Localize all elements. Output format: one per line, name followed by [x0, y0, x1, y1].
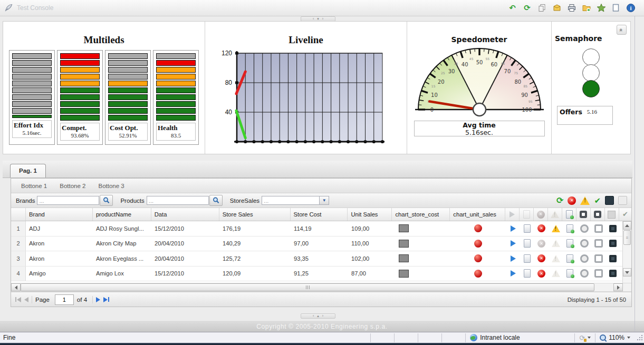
ring-icon[interactable]	[580, 239, 589, 248]
light-grid-icon[interactable]	[618, 196, 627, 205]
document-icon[interactable]	[524, 224, 531, 233]
bottone-3-button[interactable]: Bottone 3	[93, 181, 129, 191]
package-icon[interactable]	[552, 3, 562, 13]
resize-grip[interactable]	[636, 333, 644, 342]
print-icon[interactable]	[566, 3, 576, 13]
scroll-right-button[interactable]	[613, 283, 623, 291]
header-data[interactable]: Data	[151, 208, 219, 221]
bottone-2-button[interactable]: Bottone 2	[54, 181, 91, 191]
warning-icon[interactable]	[552, 225, 560, 232]
info-icon[interactable]: i	[626, 3, 636, 13]
dark-square-icon[interactable]	[609, 240, 617, 247]
document-add-icon[interactable]	[566, 239, 573, 248]
ring-icon[interactable]	[580, 269, 589, 278]
accept-icon[interactable]: ✔	[594, 196, 601, 205]
table-row[interactable]: 2 Akron Akron City Map 20/04/2010 140,29…	[11, 236, 622, 252]
header-delete-column[interactable]	[534, 208, 548, 221]
table-row[interactable]: 3 Akron Akron Eyeglass ... 20/04/2010 12…	[11, 251, 622, 267]
header-unit-sales[interactable]: Unit Sales	[348, 208, 392, 221]
header-chart-unit-sales[interactable]: chart_unit_sales	[450, 208, 505, 221]
products-input[interactable]	[147, 196, 209, 205]
delete-icon[interactable]	[537, 270, 545, 278]
note-icon[interactable]	[611, 3, 621, 13]
next-page-button[interactable]	[96, 297, 100, 302]
table-row[interactable]: 1 ADJ ADJ Rosy Sungl... 15/12/2010 176,1…	[11, 221, 622, 236]
horizontal-scroll-track[interactable]	[594, 283, 613, 291]
storesales-combo-input[interactable]	[262, 196, 320, 205]
chevron-down-icon[interactable]: ▼	[320, 196, 329, 205]
last-page-button[interactable]	[103, 297, 109, 302]
header-store-cost[interactable]: Store Cost	[291, 208, 348, 221]
header-round-column-2[interactable]	[591, 208, 605, 221]
ring-icon[interactable]	[580, 254, 589, 263]
rounded-square-icon[interactable]	[594, 269, 603, 278]
security-cell[interactable]: ⟳	[574, 333, 595, 342]
chevron-down-icon[interactable]	[627, 337, 630, 339]
copy-icon[interactable]	[537, 3, 547, 13]
dark-square-icon[interactable]	[609, 255, 617, 262]
chevron-down-icon[interactable]	[588, 337, 591, 339]
header-chart-store-cost[interactable]: chart_store_cost	[392, 208, 450, 221]
tab-pag-1[interactable]: Pag. 1	[10, 164, 46, 178]
header-round-column-1[interactable]	[576, 208, 591, 221]
bottone-1-button[interactable]: Bottone 1	[16, 181, 52, 191]
run-icon[interactable]	[511, 225, 516, 232]
dark-grid-icon[interactable]	[605, 196, 614, 205]
brands-search-button[interactable]	[100, 195, 113, 206]
horizontal-scrollbar[interactable]	[11, 283, 631, 292]
collapse-panel-button[interactable]: «	[617, 25, 627, 35]
document-add-icon[interactable]	[566, 254, 573, 263]
page-number-input[interactable]	[55, 294, 74, 305]
warning-icon[interactable]	[580, 196, 590, 205]
vertical-scrollbar[interactable]: ≡	[622, 221, 631, 283]
undo-icon[interactable]: ↶	[507, 3, 517, 13]
brands-input[interactable]	[37, 196, 99, 205]
warning-icon[interactable]	[552, 240, 560, 247]
document-icon[interactable]	[524, 254, 531, 263]
first-page-button[interactable]	[15, 297, 21, 302]
rounded-square-icon[interactable]	[594, 224, 603, 233]
run-icon[interactable]	[511, 270, 516, 277]
document-icon[interactable]	[524, 239, 531, 248]
dark-square-icon[interactable]	[609, 270, 617, 277]
delete-icon[interactable]	[568, 196, 576, 205]
document-icon[interactable]	[524, 269, 531, 278]
document-add-icon[interactable]	[566, 269, 573, 278]
rounded-square-icon[interactable]	[594, 254, 603, 263]
header-check-column[interactable]: ✔	[619, 208, 631, 221]
refresh-icon[interactable]: ⟳	[522, 3, 532, 13]
scroll-left-button[interactable]	[11, 283, 21, 291]
run-icon[interactable]	[511, 255, 516, 262]
scroll-down-button[interactable]	[623, 268, 631, 277]
scroll-up-button[interactable]	[623, 221, 631, 230]
delete-icon[interactable]	[537, 240, 545, 248]
refresh-icon[interactable]: ⟳	[556, 195, 563, 205]
warning-icon[interactable]	[552, 255, 560, 262]
storesales-combo[interactable]: ▼	[262, 196, 329, 205]
zoom-cell[interactable]: 110%	[595, 333, 635, 342]
header-run-column[interactable]	[505, 208, 520, 221]
run-icon[interactable]	[511, 240, 516, 247]
folder-open-icon[interactable]	[581, 3, 591, 13]
previous-page-button[interactable]	[24, 297, 28, 302]
products-search-button[interactable]	[209, 195, 223, 206]
header-brand[interactable]: Brand	[26, 208, 93, 221]
table-row[interactable]: 4 Amigo Amigo Lox 15/12/2010 120,09 91,2…	[11, 267, 622, 282]
horizontal-scroll-thumb[interactable]	[21, 283, 594, 291]
header-document-column[interactable]	[520, 208, 534, 221]
bottom-splitter-handle[interactable]: ‹▴›	[301, 313, 335, 319]
vertical-scroll-thumb[interactable]: ≡	[623, 230, 631, 245]
header-store-sales[interactable]: Store Sales	[219, 208, 291, 221]
header-productname[interactable]: productName	[93, 208, 151, 221]
delete-icon[interactable]	[537, 224, 545, 232]
star-icon[interactable]	[596, 3, 606, 13]
header-warning-column[interactable]	[548, 208, 562, 221]
document-add-icon[interactable]	[566, 224, 573, 233]
ring-icon[interactable]	[580, 224, 589, 233]
warning-icon[interactable]	[552, 270, 560, 277]
header-document-add-column[interactable]	[562, 208, 576, 221]
dark-square-icon[interactable]	[609, 225, 617, 232]
delete-icon[interactable]	[537, 254, 545, 262]
header-square-column[interactable]	[605, 208, 619, 221]
vertical-scroll-track[interactable]	[623, 245, 631, 268]
